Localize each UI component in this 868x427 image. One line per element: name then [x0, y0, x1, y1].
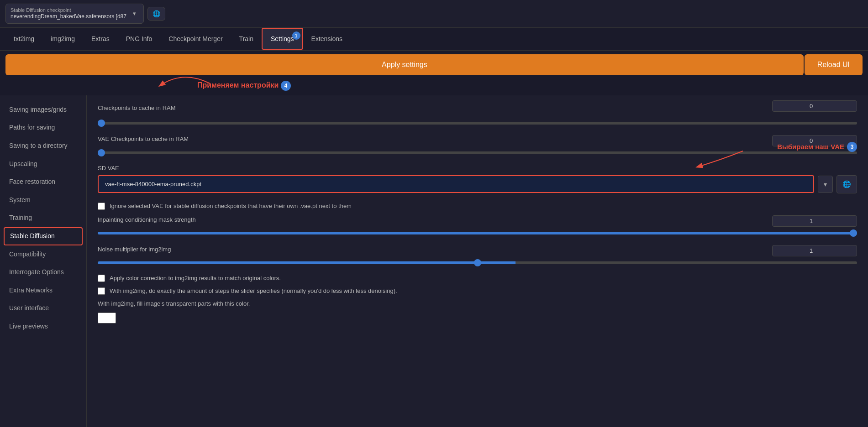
- checkpoints-slider[interactable]: [98, 122, 857, 125]
- color-correction-checkbox[interactable]: [98, 275, 105, 282]
- exact-steps-row: With img2img, do exactly the amount of s…: [98, 287, 857, 295]
- sidebar-item-stable-diffusion[interactable]: Stable Diffusion: [4, 227, 83, 245]
- model-title: Stable Diffusion checkpoint: [11, 7, 126, 13]
- sidebar-item-system[interactable]: System: [0, 191, 86, 209]
- vae-annotation-container: Выбираем наш VAE 3: [777, 142, 857, 152]
- ignore-vae-row: Ignore selected VAE for stable diffusion…: [98, 203, 857, 210]
- tab-extensions[interactable]: Extensions: [303, 29, 351, 49]
- nav-tabs: txt2img img2img Extras PNG Info Checkpoi…: [0, 28, 868, 51]
- annotation-area: Применяем настройки 4: [0, 79, 868, 95]
- globe-button[interactable]: 🌐: [147, 7, 165, 21]
- model-dropdown-button[interactable]: ▾: [130, 9, 139, 18]
- checkpoints-slider-wrap[interactable]: [98, 119, 857, 126]
- content-area: Checkpoints to cache in RAM VAE Checkpoi…: [87, 95, 868, 427]
- checkpoints-label: Checkpoints to cache in RAM: [98, 104, 176, 111]
- tab-settings[interactable]: Settings 1: [262, 28, 303, 50]
- sd-vae-section: Выбираем наш VAE 3 SD VAE vae-ft-mse-840…: [98, 165, 857, 193]
- vae-globe-button[interactable]: 🌐: [836, 175, 857, 193]
- sidebar-item-user-interface[interactable]: User interface: [0, 299, 86, 318]
- model-name: neverendingDream_bakedVae.safetensors [d…: [11, 13, 126, 21]
- sidebar-item-live-previews[interactable]: Live previews: [0, 318, 86, 336]
- action-bar: Apply settings Reload UI: [0, 51, 868, 79]
- vae-arrow: [693, 146, 747, 169]
- fill-color-label: With img2img, fill image's transparent p…: [98, 300, 250, 307]
- tab-png-info[interactable]: PNG Info: [118, 29, 161, 49]
- exact-steps-label: With img2img, do exactly the amount of s…: [110, 287, 397, 294]
- noise-multiplier-slider[interactable]: [98, 261, 857, 264]
- annotation-badge: 4: [281, 81, 291, 91]
- sidebar-item-saving-to-directory[interactable]: Saving to a directory: [0, 137, 86, 155]
- sidebar-item-extra-networks[interactable]: Extra Networks: [0, 281, 86, 300]
- fill-color-row: With img2img, fill image's transparent p…: [98, 300, 857, 307]
- vae-dropdown-button[interactable]: ▾: [818, 176, 833, 193]
- vae-select[interactable]: vae-ft-mse-840000-ema-pruned.ckpt: [98, 175, 814, 193]
- sidebar-item-interrogate-options[interactable]: Interrogate Options: [0, 263, 86, 281]
- noise-multiplier-label: Noise multiplier for img2img: [98, 246, 171, 253]
- sidebar-item-compatibility[interactable]: Compatibility: [0, 245, 86, 264]
- tab-checkpoint-merger[interactable]: Checkpoint Merger: [160, 29, 231, 49]
- sidebar: Saving images/grids Paths for saving Sav…: [0, 95, 87, 427]
- noise-multiplier-value-input[interactable]: [772, 245, 857, 256]
- ignore-vae-checkbox[interactable]: [98, 203, 105, 210]
- color-correction-label: Apply color correction to img2img result…: [110, 275, 281, 281]
- fill-color-swatch-row: [98, 312, 857, 323]
- sidebar-item-face-restoration[interactable]: Face restoration: [0, 173, 86, 191]
- sidebar-item-upscaling[interactable]: Upscaling: [0, 155, 86, 173]
- inpainting-slider-wrap[interactable]: [98, 229, 857, 236]
- vae-annotation-badge: 3: [847, 142, 857, 152]
- tab-extras[interactable]: Extras: [83, 29, 118, 49]
- settings-badge: 1: [292, 31, 300, 40]
- sidebar-item-paths-for-saving[interactable]: Paths for saving: [0, 119, 86, 137]
- reload-ui-button[interactable]: Reload UI: [805, 54, 863, 75]
- checkpoints-value-input[interactable]: [772, 100, 857, 112]
- apply-settings-button[interactable]: Apply settings: [5, 54, 804, 75]
- inpainting-label: Inpainting conditioning mask strength: [98, 216, 196, 223]
- noise-multiplier-section: Noise multiplier for img2img: [98, 245, 857, 266]
- inpainting-value-input[interactable]: [772, 215, 857, 227]
- ignore-vae-label: Ignore selected VAE for stable diffusion…: [110, 203, 352, 209]
- model-selector[interactable]: Stable Diffusion checkpoint neverendingD…: [5, 4, 144, 24]
- fill-color-swatch[interactable]: [98, 312, 116, 323]
- inpainting-slider[interactable]: [98, 232, 857, 234]
- main-layout: Saving images/grids Paths for saving Sav…: [0, 95, 868, 427]
- exact-steps-checkbox[interactable]: [98, 287, 105, 295]
- tab-txt2img[interactable]: txt2img: [5, 29, 42, 49]
- top-bar: Stable Diffusion checkpoint neverendingD…: [0, 0, 868, 28]
- vae-checkpoints-label: VAE Checkpoints to cache in RAM: [98, 135, 189, 142]
- vae-select-row: vae-ft-mse-840000-ema-pruned.ckpt ▾ 🌐: [98, 175, 857, 193]
- sidebar-item-saving-images[interactable]: Saving images/grids: [0, 101, 86, 119]
- tab-train[interactable]: Train: [231, 29, 262, 49]
- inpainting-section: Inpainting conditioning mask strength: [98, 215, 857, 236]
- noise-multiplier-slider-wrap[interactable]: [98, 258, 857, 266]
- color-correction-row: Apply color correction to img2img result…: [98, 275, 857, 282]
- checkpoints-section: Checkpoints to cache in RAM: [98, 104, 857, 126]
- annotation-arrow: [137, 65, 228, 88]
- tab-img2img[interactable]: img2img: [42, 29, 83, 49]
- sidebar-item-training[interactable]: Training: [0, 209, 86, 227]
- vae-annotation-text: Выбираем наш VAE: [777, 143, 844, 151]
